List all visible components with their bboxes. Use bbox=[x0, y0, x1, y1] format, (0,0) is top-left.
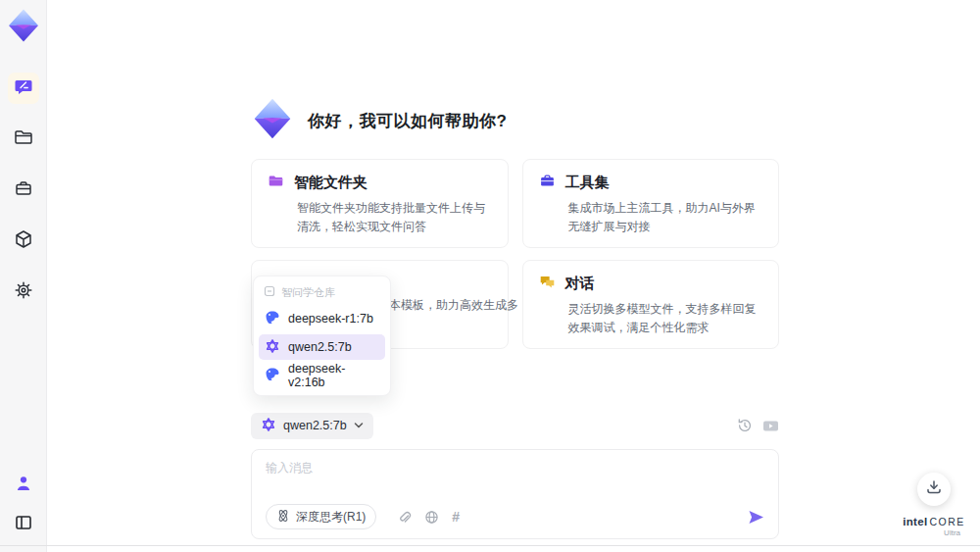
intel-product-label: CORE bbox=[929, 516, 964, 527]
card-title: 智能文件夹 bbox=[294, 174, 368, 192]
repo-icon bbox=[264, 285, 275, 299]
sidebar-item-settings[interactable] bbox=[8, 276, 39, 308]
repo-label: 智问学仓库 bbox=[281, 285, 335, 300]
send-icon[interactable] bbox=[748, 510, 764, 525]
gear-icon bbox=[14, 280, 33, 304]
dialog-icon bbox=[539, 274, 556, 294]
sidebar-item-models[interactable] bbox=[8, 226, 39, 257]
model-option-label: deepseek-v2:16b bbox=[288, 362, 379, 389]
chevron-down-icon bbox=[354, 419, 364, 432]
download-icon bbox=[925, 478, 943, 500]
sidebar-item-toolbox[interactable] bbox=[8, 175, 39, 206]
greeting: 你好，我可以如何帮助你? bbox=[251, 98, 779, 143]
video-icon[interactable] bbox=[762, 419, 779, 433]
deepseek-icon bbox=[265, 367, 280, 385]
model-selector-row: qwen2.5:7b bbox=[251, 412, 779, 439]
hash-icon[interactable]: # bbox=[452, 510, 460, 524]
assistant-logo-icon bbox=[251, 97, 294, 144]
intel-core-badge: intelCORE Ultra bbox=[902, 512, 966, 538]
deep-think-button[interactable]: 深度思考(R1) bbox=[266, 504, 376, 529]
sidebar-item-panel-toggle[interactable] bbox=[8, 509, 39, 540]
composer: 深度思考(R1) # bbox=[251, 449, 779, 539]
model-option-label: qwen2.5:7b bbox=[288, 340, 352, 354]
card-title: 工具集 bbox=[565, 174, 610, 192]
sidebar-nav bbox=[8, 73, 39, 308]
chat-icon bbox=[14, 76, 33, 100]
model-option-label: deepseek-r1:7b bbox=[288, 312, 373, 326]
briefcase-icon bbox=[14, 178, 33, 202]
download-button[interactable] bbox=[917, 473, 951, 506]
qwen-icon bbox=[265, 338, 280, 357]
message-input[interactable] bbox=[266, 460, 764, 497]
sidebar-item-folders[interactable] bbox=[8, 124, 39, 155]
header-actions bbox=[737, 418, 779, 433]
sidebar-item-account[interactable] bbox=[8, 470, 39, 501]
app-logo-icon bbox=[6, 8, 41, 43]
model-selector-value: qwen2.5:7b bbox=[283, 419, 347, 432]
toolbox-icon bbox=[539, 173, 556, 193]
card-title: 对话 bbox=[565, 275, 595, 293]
history-icon[interactable] bbox=[737, 418, 753, 433]
panel-icon bbox=[14, 513, 33, 536]
app-window: 你好，我可以如何帮助你? 智能文件夹 智能文件夹功能支持批量文件上传与清洗，轻松… bbox=[0, 0, 980, 552]
card-toolset[interactable]: 工具集 集成市场上主流工具，助力AI与外界无缝扩展与对接 bbox=[522, 159, 780, 248]
folder-icon bbox=[14, 127, 33, 151]
corner-widgets: intelCORE Ultra bbox=[902, 473, 966, 538]
window-bottom-edge bbox=[0, 545, 980, 546]
deep-think-label: 深度思考(R1) bbox=[296, 509, 366, 526]
card-description: 灵活切换多模型文件，支持多样回复效果调试，满足个性化需求 bbox=[568, 300, 763, 336]
sidebar-item-chat[interactable] bbox=[8, 73, 39, 104]
model-dropdown-header: 智问学仓库 bbox=[259, 281, 385, 303]
cube-icon bbox=[14, 229, 33, 253]
sidebar-bottom bbox=[8, 470, 39, 540]
composer-toolbar: 深度思考(R1) # bbox=[266, 504, 764, 529]
card-description: 集成市场上主流工具，助力AI与外界无缝扩展与对接 bbox=[568, 199, 763, 235]
atom-icon bbox=[276, 509, 290, 526]
model-selector[interactable]: qwen2.5:7b bbox=[251, 413, 373, 439]
qwen-icon bbox=[261, 417, 276, 435]
paperclip-icon[interactable] bbox=[397, 510, 412, 525]
folder-icon bbox=[268, 173, 284, 193]
person-icon bbox=[14, 474, 33, 497]
card-description: 智能文件夹功能支持批量文件上传与清洗，轻松实现文件问答 bbox=[297, 199, 492, 235]
model-dropdown: 智问学仓库 deepseek-r1:7b qwen2.5:7b bbox=[253, 276, 391, 396]
intel-brand-label: intel bbox=[903, 516, 927, 527]
model-option-qwen[interactable]: qwen2.5:7b bbox=[259, 334, 385, 360]
deepseek-icon bbox=[265, 310, 280, 328]
globe-icon[interactable] bbox=[424, 510, 439, 525]
card-smart-folder[interactable]: 智能文件夹 智能文件夹功能支持批量文件上传与清洗，轻松实现文件问答 bbox=[251, 159, 509, 248]
card-description: 本模板，助力高效生成多 bbox=[389, 296, 518, 315]
model-option-deepseek-v2[interactable]: deepseek-v2:16b bbox=[259, 363, 385, 388]
intel-tier-label: Ultra bbox=[902, 529, 966, 538]
card-dialog[interactable]: 对话 灵活切换多模型文件，支持多样回复效果调试，满足个性化需求 bbox=[522, 260, 780, 349]
sidebar bbox=[0, 0, 47, 552]
greeting-title: 你好，我可以如何帮助你? bbox=[308, 110, 507, 132]
model-option-deepseek-r1[interactable]: deepseek-r1:7b bbox=[259, 306, 385, 331]
